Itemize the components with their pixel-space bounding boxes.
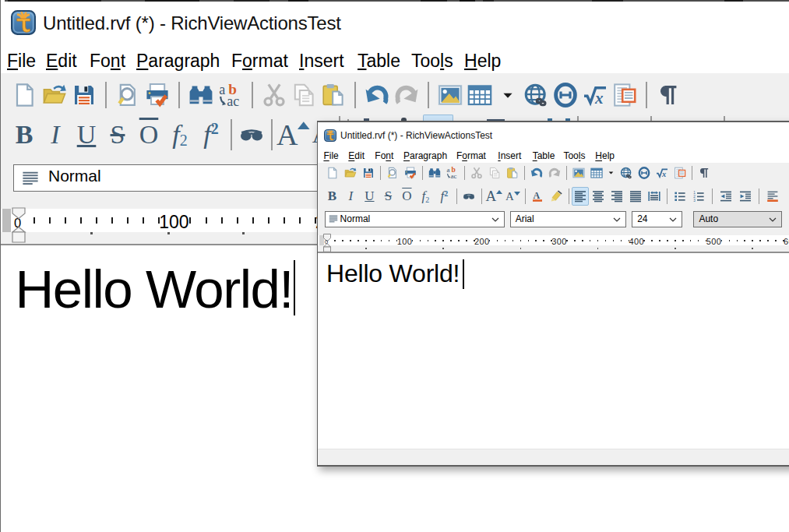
svg-text:x: x	[661, 170, 666, 178]
svg-text:3: 3	[693, 199, 696, 203]
svg-text:x: x	[594, 89, 604, 107]
svg-text:a: a	[219, 83, 225, 97]
svg-text:a: a	[447, 167, 450, 174]
svg-text:A: A	[534, 190, 541, 201]
svg-text:ac: ac	[227, 93, 239, 107]
svg-text:ac: ac	[451, 172, 457, 179]
